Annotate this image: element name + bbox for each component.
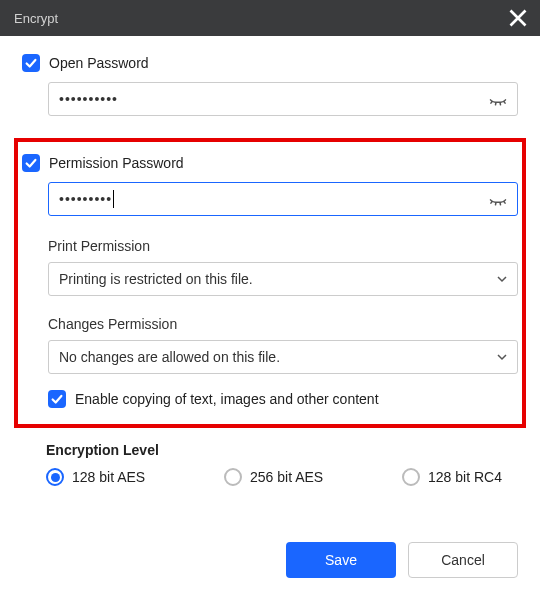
- open-password-input[interactable]: ••••••••••: [48, 82, 518, 116]
- permission-password-value: •••••••••: [59, 191, 112, 207]
- text-caret: [113, 190, 114, 208]
- encryption-level-section: Encryption Level 128 bit AES 256 bit AES…: [22, 442, 518, 486]
- print-permission-label: Print Permission: [48, 238, 518, 254]
- check-icon: [24, 56, 38, 70]
- open-password-label: Open Password: [49, 55, 149, 71]
- dialog-footer: Save Cancel: [286, 542, 518, 578]
- permission-password-toggle-visibility[interactable]: [488, 189, 508, 209]
- titlebar: Encrypt: [0, 0, 540, 36]
- permission-highlight-box: Permission Password ••••••••• Print Perm…: [14, 138, 526, 428]
- encryption-option-256-aes[interactable]: 256 bit AES: [224, 468, 402, 486]
- chevron-down-icon: [496, 351, 508, 363]
- chevron-down-icon: [496, 273, 508, 285]
- changes-permission-selected: No changes are allowed on this file.: [59, 349, 280, 365]
- dialog-content: Open Password •••••••••• Permission Pass…: [0, 36, 540, 486]
- encryption-level-radiogroup: 128 bit AES 256 bit AES 128 bit RC4: [46, 468, 518, 486]
- print-permission-selected: Printing is restricted on this file.: [59, 271, 253, 287]
- permission-password-checkbox[interactable]: [22, 154, 40, 172]
- enable-copy-checkbox[interactable]: [48, 390, 66, 408]
- open-password-value: ••••••••••: [59, 91, 118, 107]
- eye-closed-icon: [488, 189, 508, 209]
- encryption-option-128-rc4[interactable]: 128 bit RC4: [402, 468, 502, 486]
- cancel-button[interactable]: Cancel: [408, 542, 518, 578]
- print-permission-field: Printing is restricted on this file.: [48, 262, 518, 296]
- eye-closed-icon: [488, 89, 508, 109]
- radio-label: 256 bit AES: [250, 469, 323, 485]
- radio-label: 128 bit RC4: [428, 469, 502, 485]
- permission-password-checkbox-row: Permission Password: [22, 154, 518, 172]
- close-icon: [506, 6, 530, 30]
- permission-password-label: Permission Password: [49, 155, 184, 171]
- radio-label: 128 bit AES: [72, 469, 145, 485]
- changes-permission-select[interactable]: No changes are allowed on this file.: [48, 340, 518, 374]
- open-password-field: ••••••••••: [48, 82, 518, 116]
- enable-copy-row: Enable copying of text, images and other…: [48, 390, 518, 408]
- check-icon: [50, 392, 64, 406]
- print-permission-select[interactable]: Printing is restricted on this file.: [48, 262, 518, 296]
- changes-permission-field: No changes are allowed on this file.: [48, 340, 518, 374]
- open-password-toggle-visibility[interactable]: [488, 89, 508, 109]
- save-button[interactable]: Save: [286, 542, 396, 578]
- enable-copy-label: Enable copying of text, images and other…: [75, 391, 379, 407]
- check-icon: [24, 156, 38, 170]
- open-password-checkbox-row: Open Password: [22, 54, 518, 72]
- encryption-level-title: Encryption Level: [46, 442, 518, 458]
- changes-permission-label: Changes Permission: [48, 316, 518, 332]
- titlebar-title: Encrypt: [14, 11, 58, 26]
- radio-icon: [46, 468, 64, 486]
- open-password-checkbox[interactable]: [22, 54, 40, 72]
- radio-icon: [224, 468, 242, 486]
- permission-password-input[interactable]: •••••••••: [48, 182, 518, 216]
- permission-password-field: •••••••••: [48, 182, 518, 216]
- radio-icon: [402, 468, 420, 486]
- encryption-option-128-aes[interactable]: 128 bit AES: [46, 468, 224, 486]
- close-button[interactable]: [506, 6, 530, 30]
